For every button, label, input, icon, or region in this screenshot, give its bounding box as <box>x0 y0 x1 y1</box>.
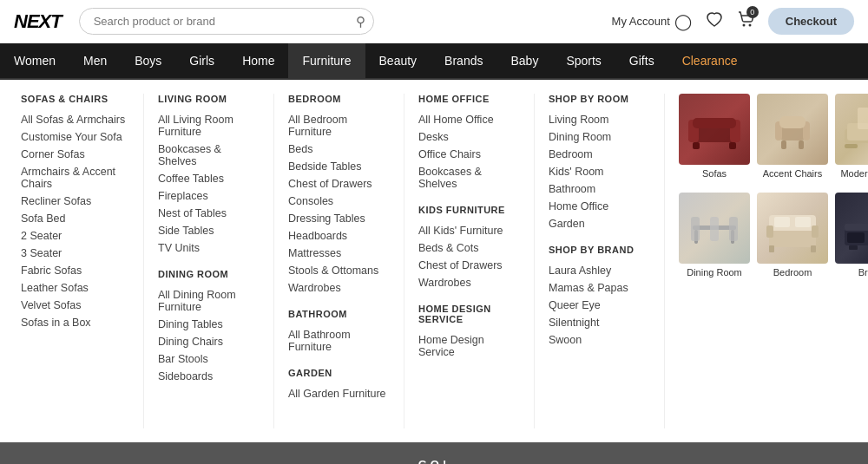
menu-link[interactable]: Wardrobes <box>288 279 390 297</box>
menu-link[interactable]: Corner Sofas <box>21 146 129 163</box>
menu-link[interactable]: Beds <box>288 141 390 158</box>
menu-link[interactable]: Dining Tables <box>158 316 260 333</box>
menu-link[interactable]: Kids' Room <box>549 163 650 180</box>
furniture-dropdown: SOFAS & CHAIRS All Sofas & ArmchairsCust… <box>0 78 868 442</box>
svg-rect-24 <box>729 217 738 241</box>
menu-link[interactable]: Bookcases & Shelves <box>418 163 520 193</box>
menu-link[interactable]: All Home Office <box>418 111 520 128</box>
menu-link[interactable]: Mamas & Papas <box>549 279 650 297</box>
menu-link[interactable]: Beds & Cots <box>418 239 520 257</box>
menu-link[interactable]: Bedside Tables <box>288 158 390 175</box>
menu-link[interactable]: Bedroom <box>549 146 650 163</box>
menu-link[interactable]: Dressing Tables <box>288 210 390 227</box>
logo[interactable]: NEXT <box>14 10 62 33</box>
menu-link[interactable]: All Kids' Furniture <box>418 222 520 239</box>
menu-link[interactable]: Queer Eye <box>549 297 650 314</box>
menu-link[interactable]: Living Room <box>549 111 650 128</box>
menu-link[interactable]: All Sofas & Armchairs <box>21 111 129 128</box>
menu-link[interactable]: Silentnight <box>549 314 650 331</box>
menu-link[interactable]: Fabric Sofas <box>21 262 129 279</box>
menu-link[interactable]: Dining Chairs <box>158 333 260 350</box>
nav-item-sports[interactable]: Sports <box>552 43 615 78</box>
nav-item-beauty[interactable]: Beauty <box>365 43 431 78</box>
nav-item-men[interactable]: Men <box>69 43 121 78</box>
my-account[interactable]: My Account ◯ <box>612 12 692 31</box>
menu-link[interactable]: Garden <box>549 215 650 232</box>
bronx-card[interactable]: Bronx <box>835 193 868 278</box>
menu-link[interactable]: 3 Seater <box>21 245 129 262</box>
nav-item-baby[interactable]: Baby <box>496 43 552 78</box>
nav-item-gifts[interactable]: Gifts <box>615 43 668 78</box>
menu-link[interactable]: Sideboards <box>158 368 260 385</box>
search-input[interactable] <box>79 8 374 35</box>
menu-link[interactable]: Armchairs & Accent Chairs <box>21 163 129 193</box>
sofa-image-card[interactable]: Sofas <box>679 94 750 179</box>
menu-link[interactable]: Home Design Service <box>418 331 520 361</box>
nav-item-boys[interactable]: Boys <box>121 43 175 78</box>
wishlist-icon[interactable] <box>706 11 723 31</box>
menu-link[interactable]: Headboards <box>288 227 390 245</box>
menu-link[interactable]: Bar Stools <box>158 350 260 368</box>
nav-item-brands[interactable]: Brands <box>431 43 496 78</box>
menu-link[interactable]: Fireplaces <box>158 187 260 205</box>
menu-link[interactable]: Nest of Tables <box>158 205 260 222</box>
svg-rect-23 <box>691 217 700 241</box>
cart-icon[interactable]: 0 <box>737 10 754 32</box>
svg-rect-30 <box>769 245 774 252</box>
menu-link[interactable]: All Garden Furniture <box>288 385 390 402</box>
nav-item-women[interactable]: Women <box>0 43 69 78</box>
menu-link[interactable]: All Bedroom Furniture <box>288 111 390 141</box>
accent-svg <box>762 99 823 160</box>
menu-link[interactable]: Office Chairs <box>418 146 520 163</box>
menu-link[interactable]: Side Tables <box>158 222 260 239</box>
nav-item-furniture[interactable]: Furniture <box>288 43 365 78</box>
menu-link[interactable]: All Dining Room Furniture <box>158 286 260 316</box>
menu-link[interactable]: Velvet Sofas <box>21 297 129 314</box>
bedroom-svg <box>762 198 823 258</box>
modern-living-card[interactable]: Modern Living <box>835 94 868 179</box>
menu-link[interactable]: Chest of Drawers <box>418 257 520 274</box>
nav-item-home[interactable]: Home <box>228 43 288 78</box>
bedroom-title: BEDROOM <box>288 94 390 104</box>
menu-link[interactable]: Wardrobes <box>418 274 520 291</box>
menu-link[interactable]: TV Units <box>158 239 260 257</box>
nav-item-girls[interactable]: Girls <box>175 43 228 78</box>
menu-link[interactable]: Sofas in a Box <box>21 314 129 331</box>
header-right: My Account ◯ 0 Checkout <box>612 8 854 35</box>
menu-link[interactable]: Customise Your Sofa <box>21 128 129 146</box>
nav-item-clearance[interactable]: Clearance <box>668 43 752 78</box>
cart-badge: 0 <box>746 6 759 18</box>
svg-rect-11 <box>779 116 806 128</box>
menu-link[interactable]: Dining Room <box>549 128 650 146</box>
menu-link[interactable]: Home Office <box>549 198 650 215</box>
living-room-links: All Living Room FurnitureBookcases & She… <box>158 111 260 257</box>
menu-link[interactable]: Bookcases & Shelves <box>158 141 260 170</box>
accent-label: Accent Chairs <box>763 168 822 179</box>
menu-link[interactable]: Swoon <box>549 331 650 349</box>
menu-link[interactable]: All Bathroom Furniture <box>288 326 390 356</box>
bottom-bar: GO! <box>0 442 868 464</box>
menu-link[interactable]: Stools & Ottomans <box>288 262 390 279</box>
svg-point-1 <box>748 24 751 27</box>
menu-link[interactable]: Laura Ashley <box>549 262 650 279</box>
menu-link[interactable]: Mattresses <box>288 245 390 262</box>
menu-link[interactable]: All Living Room Furniture <box>158 111 260 141</box>
menu-link[interactable]: Consoles <box>288 193 390 210</box>
dining-room-links: All Dining Room FurnitureDining TablesDi… <box>158 286 260 385</box>
menu-link[interactable]: Sofa Bed <box>21 210 129 227</box>
bedroom-card[interactable]: Bedroom <box>757 193 828 278</box>
menu-link[interactable]: Recliner Sofas <box>21 193 129 210</box>
accent-chair-card[interactable]: Accent Chairs <box>757 94 828 179</box>
menu-link[interactable]: Chest of Drawers <box>288 175 390 193</box>
svg-rect-12 <box>781 141 786 149</box>
menu-link[interactable]: Leather Sofas <box>21 279 129 297</box>
checkout-button[interactable]: Checkout <box>768 8 854 35</box>
sofa-image <box>679 94 750 165</box>
menu-link[interactable]: 2 Seater <box>21 227 129 245</box>
svg-rect-28 <box>774 217 790 227</box>
search-icon[interactable]: ⚲ <box>356 14 365 29</box>
menu-link[interactable]: Desks <box>418 128 520 146</box>
menu-link[interactable]: Bathroom <box>549 180 650 198</box>
dining-room-card[interactable]: Dining Room <box>679 193 750 278</box>
menu-link[interactable]: Coffee Tables <box>158 170 260 187</box>
